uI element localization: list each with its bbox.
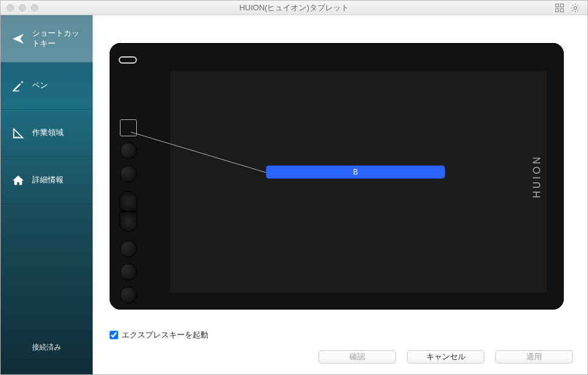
apply-button[interactable]: 適用 (495, 350, 573, 363)
sidebar-item-label: 作業領域 (32, 128, 64, 138)
minimize-window-button[interactable] (19, 4, 26, 12)
power-indicator-icon (119, 56, 137, 64)
ok-button[interactable]: 確認 (319, 350, 396, 363)
svg-point-4 (574, 6, 577, 9)
close-window-button[interactable] (7, 4, 14, 12)
brand-label: HUION (532, 154, 543, 198)
window-title: HUION(ヒュイオン)タブレット (1, 2, 587, 13)
window-controls (7, 4, 38, 12)
express-key-6[interactable] (120, 287, 137, 304)
sidebar-item-details[interactable]: 詳細情報 (1, 157, 93, 204)
svg-rect-1 (561, 4, 564, 7)
express-key-1[interactable] (120, 119, 137, 136)
svg-rect-5 (13, 90, 19, 91)
svg-rect-0 (556, 4, 559, 7)
enable-express-keys-checkbox[interactable] (110, 331, 118, 339)
cancel-button-label: キャンセル (426, 351, 466, 362)
express-key-5[interactable] (120, 264, 137, 280)
sidebar-item-label: 詳細情報 (32, 175, 64, 185)
express-keys-column (118, 119, 139, 304)
touch-strip[interactable] (119, 191, 137, 232)
sidebar-item-pen[interactable]: ペン (1, 62, 93, 110)
dialog-buttons: 確認 キャンセル 適用 (319, 350, 573, 363)
svg-rect-3 (561, 8, 564, 12)
ok-button-label: 確認 (349, 351, 365, 362)
triangle-ruler-icon (12, 127, 25, 140)
express-key-2[interactable] (120, 142, 137, 159)
apply-button-label: 適用 (526, 351, 542, 362)
tablet-screen (170, 71, 547, 293)
sidebar: ショートカットキー ペン 作業領域 詳細情報 (1, 15, 93, 374)
titlebar: HUION(ヒュイオン)タブレット (1, 1, 587, 15)
sidebar-item-shortcut-keys[interactable]: ショートカットキー (1, 15, 93, 62)
enable-express-keys-row: エクスプレスキーを起動 (110, 330, 208, 340)
connection-status: 接続済み (1, 342, 93, 374)
sidebar-item-label: ショートカットキー (32, 28, 87, 49)
grid-icon[interactable] (555, 3, 564, 13)
main-panel: HUION B エクスプレスキーを起動 確認 キャンセル 適用 (93, 15, 587, 374)
tablet-area: HUION B エクスプレスキーを起動 確認 キャンセル 適用 (93, 15, 587, 374)
app-window: HUION(ヒュイオン)タブレット ショートカットキー ペン (0, 0, 588, 375)
svg-rect-2 (556, 8, 559, 12)
sidebar-item-label: ペン (32, 81, 48, 91)
express-key-assignment-label: B (353, 168, 358, 176)
enable-express-keys-label: エクスプレスキーを起動 (122, 330, 208, 340)
home-icon (12, 174, 25, 187)
zoom-window-button[interactable] (31, 4, 38, 12)
cancel-button[interactable]: キャンセル (407, 350, 484, 363)
arrow-send-icon (12, 32, 25, 45)
sidebar-item-work-area[interactable]: 作業領域 (1, 110, 93, 157)
express-key-3[interactable] (120, 165, 137, 182)
pen-icon (12, 79, 25, 93)
content-area: ショートカットキー ペン 作業領域 詳細情報 (1, 15, 587, 374)
express-key-assignment-button[interactable]: B (266, 166, 444, 178)
gear-icon[interactable] (570, 3, 580, 13)
express-key-4[interactable] (120, 241, 137, 257)
